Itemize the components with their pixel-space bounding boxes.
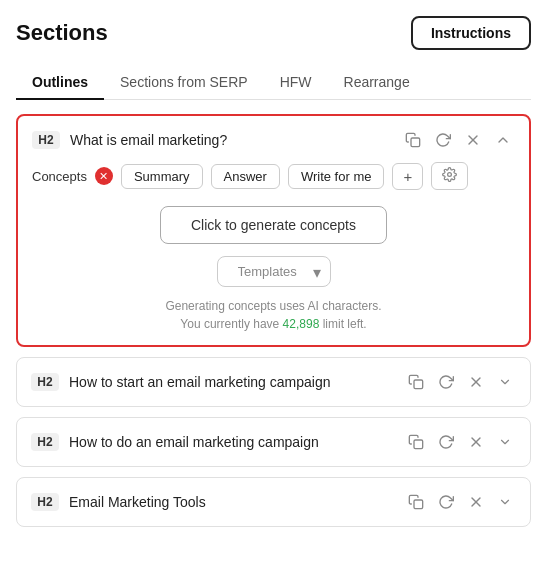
tab-hfw[interactable]: HFW	[264, 66, 328, 100]
refresh-button-1[interactable]	[431, 128, 455, 152]
close-button-1[interactable]	[461, 128, 485, 152]
templates-select-input[interactable]: Templates	[217, 256, 331, 287]
section-title-1: What is email marketing?	[70, 132, 227, 148]
h2-badge-1: H2	[32, 131, 60, 149]
section-title-4: Email Marketing Tools	[69, 494, 206, 510]
section-card-3: H2 How to do an email marketing campaign	[16, 417, 531, 467]
svg-rect-0	[411, 138, 420, 147]
section-actions-3	[404, 430, 516, 454]
section-title-3: How to do an email marketing campaign	[69, 434, 319, 450]
add-concept-button[interactable]: +	[392, 163, 423, 190]
ai-note: Generating concepts uses AI characters. …	[32, 297, 515, 333]
refresh-button-3[interactable]	[434, 430, 458, 454]
section-actions-1	[401, 128, 515, 152]
section-card-1: H2 What is email marketing?	[16, 114, 531, 347]
close-button-2[interactable]	[464, 370, 488, 394]
tag-answer[interactable]: Answer	[211, 164, 280, 189]
close-button-3[interactable]	[464, 430, 488, 454]
section-title-2: How to start an email marketing campaign	[69, 374, 330, 390]
svg-rect-4	[414, 380, 423, 389]
section-card-4: H2 Email Marketing Tools	[16, 477, 531, 527]
close-button-4[interactable]	[464, 490, 488, 514]
expand-button-4[interactable]	[494, 491, 516, 513]
tab-outlines[interactable]: Outlines	[16, 66, 104, 100]
refresh-button-4[interactable]	[434, 490, 458, 514]
tab-bar: Outlines Sections from SERP HFW Rearrang…	[16, 66, 531, 100]
page-title: Sections	[16, 20, 108, 46]
section-left-1: H2 What is email marketing?	[32, 131, 401, 149]
generate-concepts-button[interactable]: Click to generate concepts	[160, 206, 387, 244]
templates-select-wrapper: Templates	[32, 256, 515, 287]
h2-badge-3: H2	[31, 433, 59, 451]
templates-dropdown[interactable]: Templates	[217, 256, 331, 287]
concepts-remove-button[interactable]: ✕	[95, 167, 113, 185]
copy-button-2[interactable]	[404, 370, 428, 394]
settings-button[interactable]	[431, 162, 468, 190]
tab-rearrange[interactable]: Rearrange	[328, 66, 426, 100]
collapse-button-1[interactable]	[491, 128, 515, 152]
tab-sections-from-serp[interactable]: Sections from SERP	[104, 66, 264, 100]
h2-badge-2: H2	[31, 373, 59, 391]
svg-rect-10	[414, 500, 423, 509]
section-card-2: H2 How to start an email marketing campa…	[16, 357, 531, 407]
svg-point-3	[448, 173, 452, 177]
copy-button-4[interactable]	[404, 490, 428, 514]
expand-button-2[interactable]	[494, 371, 516, 393]
section-actions-2	[404, 370, 516, 394]
refresh-button-2[interactable]	[434, 370, 458, 394]
section-actions-4	[404, 490, 516, 514]
tag-write-for-me[interactable]: Write for me	[288, 164, 385, 189]
expand-button-3[interactable]	[494, 431, 516, 453]
copy-button-3[interactable]	[404, 430, 428, 454]
h2-badge-4: H2	[31, 493, 59, 511]
svg-rect-7	[414, 440, 423, 449]
concepts-row: Concepts ✕ Summary Answer Write for me +	[32, 162, 515, 190]
section-left-4: H2 Email Marketing Tools	[31, 493, 404, 511]
instructions-button[interactable]: Instructions	[411, 16, 531, 50]
tag-summary[interactable]: Summary	[121, 164, 203, 189]
copy-button-1[interactable]	[401, 128, 425, 152]
section-left-2: H2 How to start an email marketing campa…	[31, 373, 404, 391]
section-left-3: H2 How to do an email marketing campaign	[31, 433, 404, 451]
concepts-label: Concepts	[32, 169, 87, 184]
